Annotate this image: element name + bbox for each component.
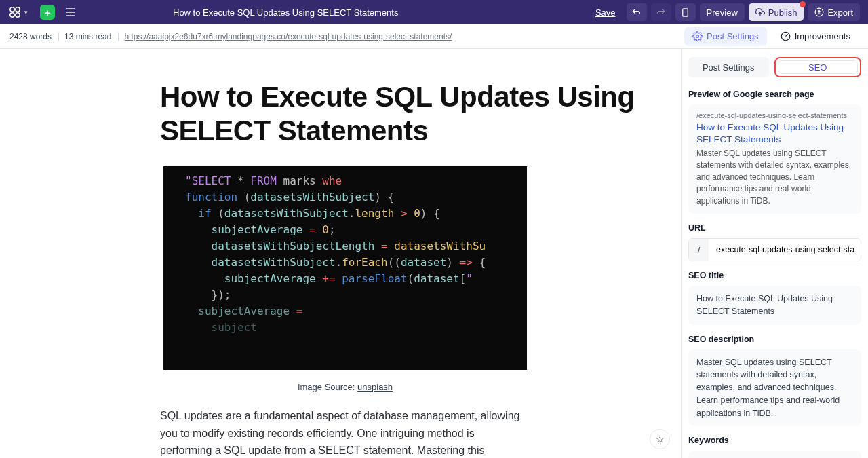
svg-point-2 <box>16 7 20 12</box>
list-view-button[interactable] <box>63 5 78 20</box>
word-count: 2428 words <box>9 32 59 41</box>
undo-button[interactable] <box>627 3 647 21</box>
url-prefix: / <box>689 239 709 261</box>
url-input[interactable] <box>709 239 861 261</box>
device-button[interactable] <box>675 3 696 21</box>
editor-area[interactable]: How to Execute SQL Updates Using SELECT … <box>0 49 681 458</box>
export-button[interactable]: Export <box>808 3 860 21</box>
sidebar-panel: Post Settings SEO Preview of Google sear… <box>681 49 868 458</box>
svg-point-0 <box>10 7 14 12</box>
hero-image[interactable]: "SELECT * FROM marks whe function (datas… <box>163 166 527 370</box>
preview-button[interactable]: Preview <box>700 3 745 21</box>
svg-point-3 <box>16 13 20 17</box>
export-icon <box>814 7 824 17</box>
svg-rect-7 <box>683 8 688 16</box>
keywords-label: Keywords <box>688 436 861 445</box>
app-logo[interactable] <box>8 5 23 20</box>
url-label: URL <box>688 223 861 233</box>
add-button[interactable]: + <box>40 5 55 20</box>
gear-icon <box>692 31 703 41</box>
preview-path: /execute-sql-updates-using-select-statem… <box>696 111 853 119</box>
seo-description-input[interactable]: Master SQL updates using SELECT statemen… <box>688 349 861 427</box>
redo-button[interactable] <box>651 3 671 21</box>
cloud-upload-icon <box>755 7 765 17</box>
notification-dot-icon <box>800 1 806 7</box>
app-menu-caret-icon[interactable]: ▾ <box>24 9 28 16</box>
seo-description-label: SEO description <box>688 335 861 344</box>
article-heading[interactable]: How to Execute SQL Updates Using SELECT … <box>160 80 681 147</box>
google-preview-label: Preview of Google search page <box>688 90 861 99</box>
preview-description: Master SQL updates using SELECT statemen… <box>696 148 853 207</box>
post-settings-button[interactable]: Post Settings <box>684 27 767 46</box>
speed-icon <box>781 31 791 41</box>
improvements-button[interactable]: Improvements <box>772 27 859 46</box>
seo-tab-highlight: SEO <box>774 57 862 77</box>
seo-title-input[interactable]: How to Execute SQL Updates Using SELECT … <box>688 286 861 325</box>
google-preview-card: /execute-sql-updates-using-select-statem… <box>688 104 861 214</box>
seo-title-label: SEO title <box>688 271 861 280</box>
star-fab-button[interactable]: ☆ <box>650 429 670 449</box>
save-button[interactable]: Save <box>589 3 623 21</box>
read-time: 13 mins read <box>64 32 119 41</box>
image-caption: Image Source: unsplash <box>163 382 527 392</box>
permalink[interactable]: https://aaaipjx2e6du7xr6.mylandingpages.… <box>124 32 452 41</box>
publish-button[interactable]: Publish <box>749 3 804 21</box>
article-paragraph[interactable]: SQL updates are a fundamental aspect of … <box>160 407 524 458</box>
preview-title: How to Execute SQL Updates Using SELECT … <box>696 121 853 145</box>
tab-seo[interactable]: SEO <box>778 60 859 74</box>
image-source-link[interactable]: unsplash <box>357 382 393 392</box>
keywords-input[interactable]: sql update from a select <box>688 451 861 458</box>
document-title: How to Execute SQL Updates Using SELECT … <box>173 7 398 18</box>
tab-post-settings[interactable]: Post Settings <box>688 57 769 77</box>
svg-point-9 <box>696 35 699 38</box>
svg-point-1 <box>10 13 14 17</box>
